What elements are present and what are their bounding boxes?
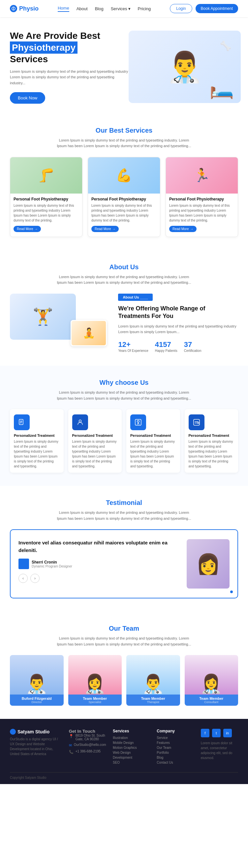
stat-label-2: Happy Patients: [155, 349, 177, 352]
footer-logo-icon: [10, 729, 16, 735]
why-icon-3: [130, 414, 146, 430]
footer-link-motion[interactable]: Motion Graphics: [113, 746, 150, 749]
testimonial-subtitle: Lorem Ipsum is simply dummy text of the …: [55, 510, 193, 521]
login-button[interactable]: Login: [170, 4, 192, 13]
service-desc-1: Lorem Ipsum is simply dummy text of this…: [13, 203, 79, 223]
service-desc-3: Lorem Ipsum is simply dummy text of this…: [169, 203, 235, 223]
nav-pricing[interactable]: Pricing: [138, 6, 151, 11]
author-avatar: [19, 559, 29, 569]
team-grid: 👨‍⚕️ Buford Fitzgerald Director 👩‍⚕️ Tea…: [10, 655, 238, 706]
service-desc-2: Lorem Ipsum is simply dummy text of this…: [91, 203, 157, 223]
about-description: Lorem Ipsum is simply dummy text of the …: [118, 323, 238, 335]
spine-decoration: 🦴: [220, 40, 231, 51]
footer-link-contact[interactable]: Contact Us: [157, 761, 194, 764]
nav-services[interactable]: Services ▾: [111, 6, 131, 11]
service-readmore-1[interactable]: Read More →: [13, 226, 41, 232]
footer-link-blog[interactable]: Blog: [157, 756, 194, 760]
service-title-1: Personal Foot Physiotherapy: [13, 197, 79, 202]
team-photo-2: 👩‍⚕️: [68, 655, 122, 694]
about-content: About Us ____ We're Offering Whole Range…: [118, 293, 238, 352]
logo-icon: [10, 5, 17, 12]
why-card-title-1: Personalized Treatment: [14, 434, 60, 437]
team-photo-4: 👩‍⚕️: [185, 655, 239, 694]
why-card-desc-4: Lorem Ipsum is simply dummy text of the …: [189, 439, 235, 469]
why-card-desc-3: Lorem Ipsum is simply dummy text of the …: [130, 439, 176, 469]
facebook-icon[interactable]: f: [201, 729, 210, 737]
team-title: Our Team: [10, 625, 238, 632]
team-section: Our Team Lorem Ipsum is simply dummy tex…: [0, 612, 248, 719]
logo[interactable]: Physio: [10, 5, 38, 12]
footer-newsletter: f t in Lorem ipsum dolor sit amet, conse…: [201, 729, 238, 766]
stats-row: 12+ Years Of Experience 4157 Happy Patie…: [118, 340, 238, 352]
author-name: Sherri Cronin: [32, 560, 72, 564]
footer-email: ✉ OurStudio@hello.com: [69, 743, 106, 747]
testimonial-box: Inventore vel alias consequatur nihil ma…: [10, 529, 238, 598]
hero-text: We Are Provide Best Physiotherapy Servic…: [10, 30, 129, 104]
footer-brand: Satyam Studio OurStudio is a digital age…: [10, 729, 62, 766]
footer-link-illustration[interactable]: Illustration: [113, 736, 150, 740]
footer: Satyam Studio OurStudio is a digital age…: [0, 719, 248, 784]
footer-link-web[interactable]: Web Design: [113, 751, 150, 754]
svg-point-6: [79, 420, 81, 422]
team-card-2: 👩‍⚕️ Team Member Specialist: [68, 655, 122, 706]
footer-phone-link[interactable]: +1 386-688-2195: [76, 749, 101, 753]
stat-num-2: 4157: [155, 340, 177, 349]
why-icon-2: [72, 414, 88, 430]
footer-link-team[interactable]: Our Team: [157, 746, 194, 749]
testimonial-image: 👩: [187, 539, 229, 589]
footer-link-portfolio[interactable]: Portfolio: [157, 751, 194, 754]
about-inner: 🏋️ 🧘 About Us ____ We're Offering Whole …: [10, 293, 238, 352]
footer-services-title: Services: [113, 729, 150, 733]
twitter-icon[interactable]: t: [212, 729, 221, 737]
services-grid: 🦵 Personal Foot Physiotherapy Lorem Ipsu…: [10, 157, 238, 237]
footer-link-seo[interactable]: SEO: [113, 761, 150, 764]
service-card-1: 🦵 Personal Foot Physiotherapy Lorem Ipsu…: [10, 157, 82, 237]
about-badge: About Us ____: [118, 293, 153, 301]
testimonial-controls: ‹ ›: [19, 574, 180, 583]
service-readmore-2[interactable]: Read More →: [91, 226, 119, 232]
service-image-1: 🦵: [10, 157, 82, 193]
nav-home[interactable]: Home: [58, 6, 69, 12]
footer-link-mobile[interactable]: Mobile Design: [113, 741, 150, 745]
footer-email-link[interactable]: OurStudio@hello.com: [74, 743, 106, 747]
why-card-4: Personalized Treatment Lorem Ipsum is si…: [185, 409, 239, 473]
services-subtitle: Lorem Ipsum is simply dummy text of the …: [55, 137, 193, 149]
team-card-1: 👨‍⚕️ Buford Fitzgerald Director: [10, 655, 64, 706]
doctor-illustration: 👨‍⚕️: [166, 50, 203, 84]
footer-address: 📍 8819 Ohio St. South Gate, CA 90280: [69, 734, 106, 741]
service-image-2: 💪: [88, 157, 160, 193]
testimonial-prev-button[interactable]: ‹: [19, 574, 28, 583]
about-title: About Us: [10, 263, 238, 271]
footer-link-dev[interactable]: Development: [113, 756, 150, 760]
footer-company-col: Company Service Features Our Team Portfo…: [157, 729, 194, 766]
footer-link-features[interactable]: Features: [157, 741, 194, 745]
testimonial-section: Testimonial Lorem Ipsum is simply dummy …: [0, 486, 248, 612]
service-readmore-3[interactable]: Read More →: [169, 226, 197, 232]
testimonial-title: Testimonial: [10, 499, 238, 506]
team-role-1: Director: [12, 701, 61, 704]
why-card-title-4: Personalized Treatment: [189, 434, 235, 437]
hero-section: We Are Provide Best Physiotherapy Servic…: [0, 17, 248, 114]
why-card-3: Personalized Treatment Lorem Ipsum is si…: [126, 409, 180, 473]
footer-company-desc: OurStudio is a digital agency UI / UX De…: [10, 737, 62, 756]
linkedin-icon[interactable]: in: [223, 729, 232, 737]
chevron-down-icon: ▾: [128, 6, 131, 11]
team-name-3: Team Member: [129, 696, 177, 701]
service-card-3: 🏃 Personal Foot Physiotherapy Lorem Ipsu…: [166, 157, 238, 237]
location-icon: 📍: [69, 734, 74, 738]
footer-logo: Satyam Studio: [10, 729, 62, 735]
hero-cta-button[interactable]: Book Now: [10, 92, 45, 104]
nav-about[interactable]: About: [77, 6, 88, 11]
stat-num-3: 37: [184, 340, 201, 349]
footer-link-service[interactable]: Service: [157, 736, 194, 740]
book-appointment-button[interactable]: Book Appointment: [196, 4, 238, 13]
about-small-image: 🧘: [71, 320, 107, 346]
team-card-4: 👩‍⚕️ Team Member Consultant: [185, 655, 239, 706]
services-section: Our Best Services Lorem Ipsum is simply …: [0, 114, 248, 250]
testimonial-next-button[interactable]: ›: [30, 574, 39, 583]
service-title-2: Personal Foot Physiotherapy: [91, 197, 157, 202]
nav-blog[interactable]: Blog: [95, 6, 104, 11]
services-title: Our Best Services: [10, 127, 238, 134]
stat-patients: 4157 Happy Patients: [155, 340, 177, 352]
phone-icon: 📞: [69, 750, 74, 754]
